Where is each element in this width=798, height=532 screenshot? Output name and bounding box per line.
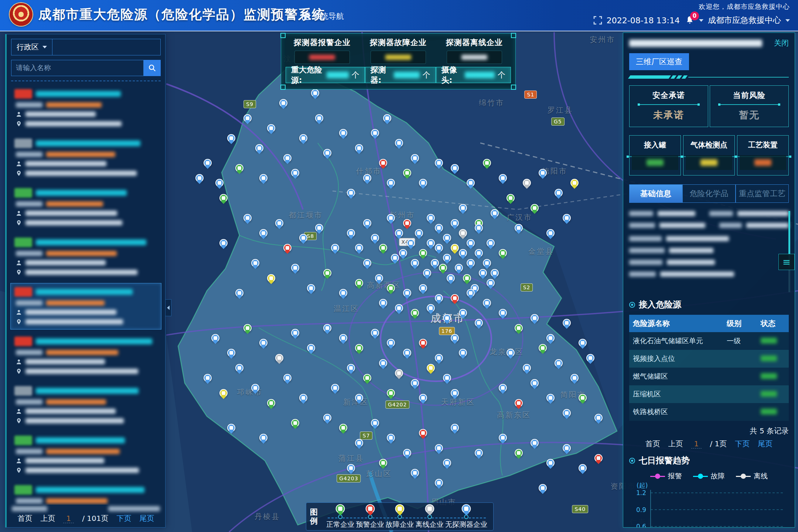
map-pin[interactable] — [443, 314, 451, 322]
map-pin[interactable] — [411, 154, 419, 162]
map-pin[interactable] — [455, 264, 463, 272]
tab-item[interactable]: 重点监管工艺 — [736, 184, 789, 203]
enterprise-list-item[interactable] — [10, 184, 161, 231]
map-pin[interactable] — [355, 144, 363, 152]
enterprise-list-item[interactable] — [10, 85, 161, 132]
map-pin[interactable] — [419, 394, 427, 402]
panel-side-list-button[interactable]: ≡ — [778, 254, 795, 270]
map-pin[interactable] — [299, 134, 307, 142]
page-next[interactable]: 下页 — [117, 514, 132, 524]
map-pin[interactable] — [371, 129, 379, 137]
map-pin[interactable] — [219, 194, 228, 202]
map-pin[interactable] — [499, 249, 507, 257]
map-pin[interactable] — [467, 239, 475, 247]
map-pin[interactable] — [539, 344, 547, 352]
map-pin[interactable] — [463, 274, 471, 282]
map-pin[interactable] — [555, 359, 563, 367]
map-pin[interactable] — [459, 309, 467, 317]
map-pin[interactable] — [195, 174, 204, 182]
fullscreen-icon[interactable] — [593, 16, 602, 25]
map-pin[interactable] — [339, 289, 347, 297]
map-pin[interactable] — [439, 264, 447, 272]
map-pin[interactable] — [407, 239, 415, 247]
map-pin[interactable] — [491, 209, 499, 217]
map-pin[interactable] — [435, 159, 443, 167]
map-pin[interactable] — [483, 299, 491, 307]
map-pin[interactable] — [279, 99, 287, 107]
map-pin[interactable] — [411, 469, 419, 477]
map-pin[interactable] — [259, 174, 267, 182]
page-first[interactable]: 首页 — [17, 514, 32, 524]
map-pin[interactable] — [347, 464, 355, 472]
map-pin[interactable] — [499, 309, 507, 317]
map-pin[interactable] — [487, 239, 495, 247]
map-pin[interactable] — [499, 384, 507, 392]
map-pin[interactable] — [586, 354, 594, 362]
map-pin[interactable] — [243, 114, 252, 122]
page-next[interactable]: 下页 — [735, 439, 750, 449]
map-pin[interactable] — [451, 219, 459, 227]
table-row[interactable]: 燃气储罐区 — [629, 368, 789, 385]
map-pin[interactable] — [339, 424, 347, 432]
map-pin[interactable] — [507, 194, 515, 202]
page-last[interactable]: 尾页 — [140, 514, 154, 524]
page-prev[interactable]: 上页 — [668, 439, 683, 449]
map-pin[interactable] — [251, 259, 259, 267]
map-pin[interactable] — [415, 229, 423, 237]
map-pin[interactable] — [546, 459, 555, 467]
search-button[interactable] — [144, 60, 161, 76]
map-pin[interactable] — [483, 159, 491, 167]
map-pin[interactable] — [563, 214, 571, 222]
map-pin[interactable] — [531, 314, 539, 322]
map-pin[interactable] — [379, 459, 387, 467]
map-pin[interactable] — [403, 349, 411, 357]
map-pin[interactable] — [355, 279, 363, 287]
chart-legend-item[interactable]: 离线 — [736, 471, 768, 481]
map-pin[interactable] — [204, 159, 212, 167]
map-pin[interactable] — [259, 434, 267, 442]
map-pin[interactable] — [467, 289, 475, 297]
map-pin[interactable] — [451, 294, 459, 302]
map-pin[interactable] — [355, 344, 363, 352]
map-pin[interactable] — [363, 174, 371, 182]
map-pin[interactable] — [419, 179, 427, 187]
table-row[interactable]: 视频接入点位 — [629, 350, 789, 368]
map-pin[interactable] — [403, 169, 411, 177]
map-pin[interactable] — [227, 424, 235, 432]
map-pin[interactable] — [427, 364, 435, 372]
map-pin[interactable] — [435, 244, 443, 252]
map-pin[interactable] — [475, 249, 483, 257]
map-pin[interactable] — [283, 154, 291, 162]
map-pin[interactable] — [275, 219, 283, 227]
map-pin[interactable] — [379, 244, 387, 252]
map-pin[interactable] — [431, 259, 439, 267]
map-pin[interactable] — [523, 179, 531, 187]
map-pin[interactable] — [347, 364, 355, 372]
map-pin[interactable] — [267, 399, 275, 407]
map-pin[interactable] — [331, 244, 339, 252]
map-pin[interactable] — [379, 299, 387, 307]
map-pin[interactable] — [299, 394, 307, 402]
map-pin[interactable] — [311, 89, 319, 97]
map-pin[interactable] — [594, 414, 603, 422]
map-pin[interactable] — [459, 204, 467, 212]
region-select[interactable]: 行政区 — [11, 39, 52, 55]
map-pin[interactable] — [283, 244, 291, 252]
map-pin[interactable] — [435, 354, 443, 362]
map-pin[interactable] — [487, 279, 495, 287]
map-pin[interactable] — [435, 294, 443, 302]
map-pin[interactable] — [387, 214, 395, 222]
enterprise-list-item[interactable] — [10, 233, 161, 280]
map-pin[interactable] — [347, 189, 355, 197]
enterprise-list-item[interactable] — [10, 134, 161, 181]
map-pin[interactable] — [411, 379, 419, 387]
map-pin[interactable] — [459, 349, 467, 357]
page-number-input[interactable]: 1 — [63, 514, 74, 523]
map-pin[interactable] — [435, 444, 443, 452]
map-pin[interactable] — [307, 344, 315, 352]
map-pin[interactable] — [307, 284, 315, 292]
table-row[interactable]: 液化石油气储罐区单元一级 — [629, 332, 789, 350]
map-pin[interactable] — [475, 319, 483, 327]
map-pin[interactable] — [570, 374, 579, 382]
system-nav-button[interactable]: 系统导航 — [302, 11, 344, 21]
